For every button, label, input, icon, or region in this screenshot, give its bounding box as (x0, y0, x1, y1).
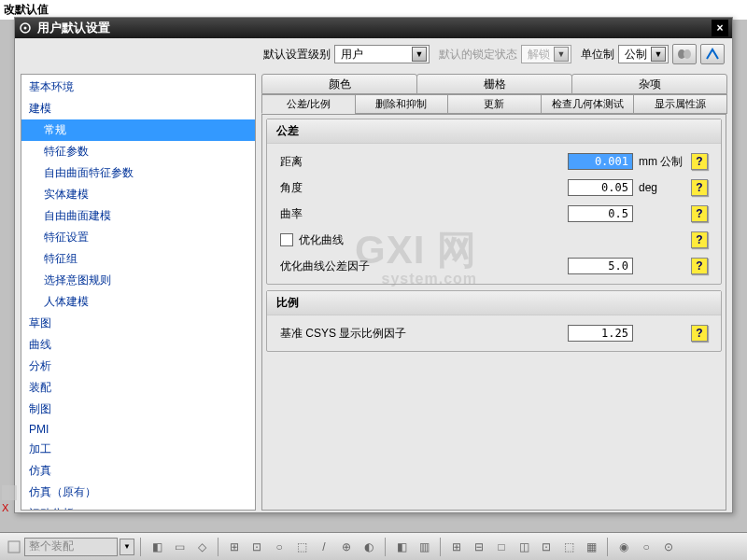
help-icon[interactable]: ? (691, 231, 708, 248)
help-icon[interactable]: ? (691, 179, 708, 196)
form-area: 公差 距离 mm 公制 ? 角度 deg ? (261, 115, 726, 511)
secondary-tab[interactable]: 显示属性源 (633, 94, 727, 114)
distance-input[interactable] (568, 153, 633, 170)
tree-item[interactable]: 运动分析 (21, 503, 255, 511)
optimize-factor-row: 优化曲线公差因子 ? (280, 258, 708, 274)
tool-icon[interactable]: ⊙ (658, 537, 679, 557)
tree-item[interactable]: 特征组 (21, 248, 255, 270)
csys-factor-row: 基准 CSYS 显示比例因子 ? (280, 325, 708, 342)
tree-item[interactable]: 草图 (21, 313, 255, 334)
dialog-title: 用户默认设置 (37, 20, 712, 36)
tool-icon[interactable]: ◐ (359, 537, 379, 557)
tree-item[interactable]: 实体建模 (21, 184, 255, 205)
distance-row: 距离 mm 公制 ? (280, 153, 708, 170)
curvature-row: 曲率 ? (280, 205, 708, 222)
tool-icon[interactable]: ◫ (514, 537, 534, 557)
help-icon[interactable]: ? (691, 258, 708, 274)
tool-icon[interactable]: ▭ (169, 537, 190, 557)
tree-item[interactable]: 人体建模 (21, 291, 255, 313)
tool-icon[interactable]: ◇ (191, 537, 212, 557)
distance-unit: mm 公制 (639, 154, 685, 170)
tree-item[interactable]: 基本环境 (21, 77, 255, 98)
angle-unit: deg (639, 181, 685, 194)
tolerance-group: 公差 距离 mm 公制 ? 角度 deg ? (266, 119, 722, 285)
tool-icon[interactable]: ◧ (391, 537, 412, 557)
secondary-tab[interactable]: 更新 (447, 94, 542, 114)
tool-icon[interactable]: ◧ (147, 537, 167, 557)
optimize-factor-input[interactable] (568, 258, 633, 274)
tool-icon[interactable]: ⊞ (224, 537, 245, 557)
tree-item[interactable]: 特征设置 (21, 227, 255, 248)
close-button[interactable]: × (712, 20, 728, 36)
curvature-input[interactable] (568, 205, 633, 222)
level-select[interactable]: 用户 ▼ (334, 45, 430, 63)
tool-icon[interactable]: ○ (269, 537, 289, 557)
lock-label: 默认的锁定状态 (439, 47, 517, 63)
secondary-tab[interactable]: 删除和抑制 (355, 94, 449, 114)
tree-item[interactable]: PMI (21, 420, 255, 439)
dialog-header: 用户默认设置 × (15, 18, 732, 38)
tree-item[interactable]: 分析 (21, 356, 255, 377)
category-tree[interactable]: 基本环境建模常规特征参数自由曲面特征参数实体建模自由曲面建模特征设置特征组选择意… (21, 74, 256, 511)
filter-icon[interactable] (6, 539, 22, 555)
chevron-down-icon: ▼ (651, 47, 666, 62)
tool-icon[interactable]: ▥ (414, 537, 434, 557)
lock-select[interactable]: 解锁 ▼ (521, 45, 571, 63)
optimize-factor-label: 优化曲线公差因子 (280, 259, 568, 274)
help-icon[interactable]: ? (691, 153, 708, 170)
secondary-tab[interactable]: 检查几何体测试 (541, 94, 635, 114)
tool-icon[interactable]: ▦ (581, 537, 601, 557)
tool-icon[interactable]: ⊡ (247, 537, 267, 557)
tool-icon[interactable]: □ (491, 537, 512, 557)
help-icon[interactable]: ? (691, 325, 708, 342)
tool-icon[interactable]: ◉ (613, 537, 634, 557)
bottom-toolbar: 整个装配 ▼ ◧ ▭ ◇ ⊞ ⊡ ○ ⬚ / ⊕ ◐ ◧ ▥ ⊞ ⊟ □ ◫ ⊡… (0, 532, 747, 560)
help-icon[interactable]: ? (691, 205, 708, 222)
primary-tab[interactable]: 栅格 (416, 74, 572, 94)
tree-item[interactable]: 加工 (21, 439, 255, 460)
primary-tab[interactable]: 杂项 (571, 74, 727, 94)
tree-item[interactable]: 自由曲面建模 (21, 205, 255, 227)
tree-item[interactable]: 自由曲面特征参数 (21, 162, 255, 184)
tool-icon[interactable]: ⊞ (446, 537, 467, 557)
axis-icon[interactable]: X (2, 502, 17, 517)
tree-item[interactable]: 常规 (21, 119, 255, 141)
curvature-label: 曲率 (280, 206, 568, 222)
optimize-curve-checkbox[interactable] (280, 233, 293, 246)
primary-tab[interactable]: 颜色 (261, 74, 417, 94)
tool-icon[interactable]: ⊡ (536, 537, 557, 557)
tree-item[interactable]: 仿真（原有） (21, 482, 255, 503)
tree-item[interactable]: 仿真 (21, 460, 255, 482)
svg-point-1 (24, 27, 27, 30)
tree-item[interactable]: 装配 (21, 377, 255, 399)
toolbar-icon-1[interactable] (672, 44, 697, 64)
optimize-curve-label: 优化曲线 (299, 232, 691, 248)
tree-item[interactable]: 建模 (21, 98, 255, 119)
svg-point-3 (684, 49, 691, 59)
angle-input[interactable] (568, 179, 633, 196)
tool-icon[interactable]: / (314, 537, 334, 557)
cube-icon[interactable] (2, 485, 17, 500)
tool-icon[interactable]: ⬚ (291, 537, 312, 557)
scale-group: 比例 基准 CSYS 显示比例因子 ? (266, 290, 722, 352)
assembly-select[interactable]: 整个装配 (24, 538, 118, 556)
secondary-tab[interactable]: 公差/比例 (261, 94, 356, 114)
toolbar-icon-2[interactable] (700, 44, 725, 64)
tool-icon[interactable]: ⊕ (336, 537, 357, 557)
tree-item[interactable]: 制图 (21, 399, 255, 420)
tree-item[interactable]: 特征参数 (21, 141, 255, 162)
tool-icon[interactable]: ⬚ (558, 537, 579, 557)
tool-icon[interactable]: ⊟ (469, 537, 489, 557)
tree-item[interactable]: 曲线 (21, 334, 255, 356)
tree-item[interactable]: 选择意图规则 (21, 270, 255, 291)
secondary-tabs: 公差/比例删除和抑制更新检查几何体测试显示属性源 (261, 94, 726, 115)
csys-factor-input[interactable] (568, 325, 633, 342)
content-area: 基本环境建模常规特征参数自由曲面特征参数实体建模自由曲面建模特征设置特征组选择意… (15, 70, 732, 516)
group-title: 公差 (267, 119, 721, 144)
distance-label: 距离 (280, 154, 568, 170)
angle-label: 角度 (280, 180, 568, 196)
unit-select[interactable]: 公制 ▼ (618, 45, 669, 63)
csys-factor-label: 基准 CSYS 显示比例因子 (280, 326, 568, 342)
svg-rect-4 (8, 541, 20, 553)
tool-icon[interactable]: ○ (636, 537, 656, 557)
